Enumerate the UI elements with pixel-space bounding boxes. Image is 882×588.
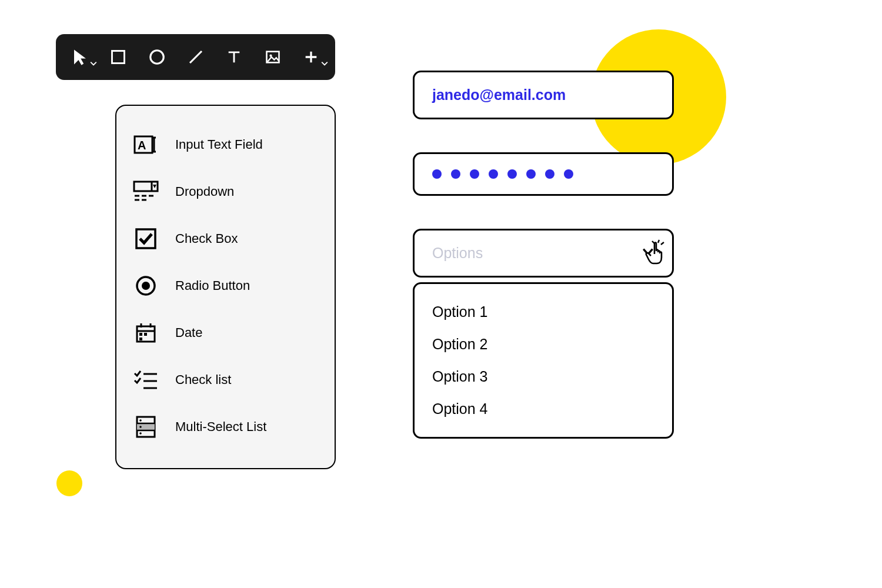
password-dot (545, 169, 554, 179)
tool-add[interactable] (298, 44, 325, 71)
plus-icon (303, 49, 319, 65)
options-dropdown-group: Options Option 1Option 2Option 3Option 4 (413, 229, 674, 439)
svg-point-19 (142, 282, 150, 290)
chevron-down-icon (90, 60, 97, 67)
image-icon (265, 49, 281, 65)
svg-point-1 (151, 51, 164, 64)
chevron-down-icon (642, 245, 654, 262)
tool-line[interactable] (182, 44, 209, 71)
dropdown-option[interactable]: Option 3 (432, 360, 654, 393)
svg-point-34 (139, 419, 142, 422)
palette-item-date[interactable]: Date (131, 309, 320, 356)
text-icon (226, 49, 242, 65)
palette-item-label: Dropdown (175, 184, 234, 199)
toolbar (56, 34, 335, 80)
palette-item-label: Radio Button (175, 278, 250, 293)
component-palette: A Input Text Field Dropdown (115, 105, 336, 469)
palette-item-checkbox[interactable]: Check Box (131, 215, 320, 262)
chevron-down-icon (321, 60, 328, 67)
palette-item-radio[interactable]: Radio Button (131, 262, 320, 309)
svg-rect-0 (112, 51, 125, 64)
svg-rect-24 (139, 333, 142, 336)
svg-rect-26 (139, 338, 142, 340)
password-dot (432, 169, 442, 179)
pointer-icon (71, 48, 89, 66)
palette-item-label: Input Text Field (175, 137, 263, 152)
input-text-field-icon: A (133, 132, 159, 158)
dropdown-placeholder: Options (432, 245, 483, 262)
password-field[interactable] (413, 152, 674, 196)
calendar-icon (133, 320, 159, 346)
radio-button-icon (133, 273, 159, 299)
svg-line-37 (652, 241, 654, 243)
tool-rectangle[interactable] (105, 44, 132, 71)
password-dot (470, 169, 479, 179)
options-dropdown-panel: Option 1Option 2Option 3Option 4 (413, 282, 674, 439)
palette-item-label: Check Box (175, 231, 238, 246)
tool-text[interactable] (220, 44, 248, 71)
palette-item-label: Date (175, 325, 202, 340)
palette-item-label: Multi-Select List (175, 419, 266, 435)
palette-item-checklist[interactable]: Check list (131, 356, 320, 403)
password-dot (564, 169, 573, 179)
password-dot (451, 169, 460, 179)
palette-item-label: Check list (175, 372, 231, 387)
rectangle-icon (110, 49, 126, 65)
svg-text:A: A (138, 139, 146, 152)
password-dot (526, 169, 536, 179)
tool-circle[interactable] (143, 44, 171, 71)
svg-line-39 (661, 242, 664, 245)
dropdown-option[interactable]: Option 4 (432, 393, 654, 425)
dropdown-option[interactable]: Option 2 (432, 328, 654, 360)
palette-item-input-text[interactable]: A Input Text Field (131, 121, 320, 168)
line-icon (187, 48, 205, 66)
palette-item-multiselect[interactable]: Multi-Select List (131, 403, 320, 450)
multi-select-list-icon (133, 414, 159, 440)
password-dot (489, 169, 498, 179)
svg-rect-25 (144, 333, 147, 336)
email-field[interactable]: janedo@email.com (413, 71, 674, 119)
options-dropdown[interactable]: Options (413, 229, 674, 278)
checkbox-icon (133, 226, 159, 252)
tool-image[interactable] (259, 44, 286, 71)
decorative-circle-small (56, 470, 82, 496)
svg-point-35 (139, 426, 142, 428)
svg-line-2 (190, 51, 202, 63)
demo-form: janedo@email.com Options Option 1Option … (413, 71, 674, 439)
password-dot (507, 169, 517, 179)
checklist-icon (133, 367, 159, 393)
email-value: janedo@email.com (432, 86, 566, 103)
dropdown-icon (133, 179, 159, 205)
palette-item-dropdown[interactable]: Dropdown (131, 168, 320, 215)
svg-line-38 (658, 240, 659, 243)
tool-pointer[interactable] (66, 44, 93, 71)
svg-point-36 (139, 432, 142, 435)
dropdown-option[interactable]: Option 1 (432, 296, 654, 328)
circle-icon (148, 48, 166, 66)
